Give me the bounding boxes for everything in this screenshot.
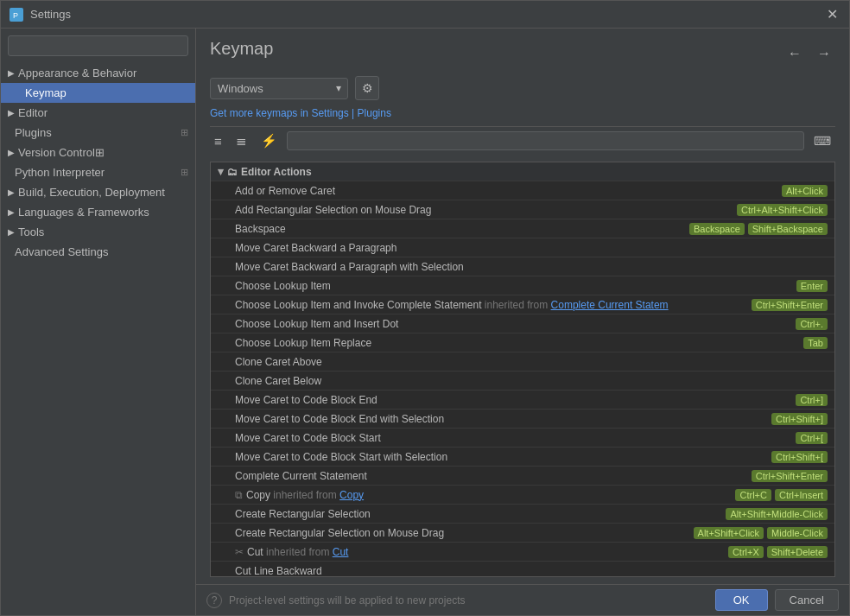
- link-bar: Get more keymaps in Settings | Plugins: [210, 107, 835, 119]
- shortcut-badge: Ctrl+Shift+Enter: [752, 299, 828, 311]
- main-header: Keymap ← → Windows macOS Linux ⚙: [196, 29, 849, 162]
- row-label: Move Caret Backward a Paragraph: [235, 242, 828, 254]
- arrow-icon: ▶: [8, 207, 15, 217]
- keymap-search-input[interactable]: [287, 131, 804, 150]
- collapse-all-button[interactable]: ≡: [210, 131, 226, 151]
- arrow-icon: ▶: [8, 148, 15, 157]
- row-label: Clone Caret Above: [235, 356, 828, 368]
- table-row[interactable]: Backspace Backspace Shift+Backspace: [211, 219, 834, 238]
- row-label: Copy inherited from Copy: [246, 489, 735, 501]
- shortcut-badge: Middle-Click: [767, 527, 828, 539]
- sidebar-item-build[interactable]: ▶ Build, Execution, Deployment: [1, 182, 195, 202]
- table-row[interactable]: Move Caret to Code Block End Ctrl+]: [211, 391, 834, 410]
- shortcut-badge: Enter: [796, 280, 828, 292]
- title-bar: P Settings ✕: [1, 1, 849, 29]
- find-action-button[interactable]: ⌨: [809, 131, 835, 150]
- sidebar-item-appearance[interactable]: ▶ Appearance & Behavior: [1, 63, 195, 83]
- filter-button[interactable]: ⚡: [257, 130, 282, 151]
- sidebar-item-label: Appearance & Behavior: [18, 67, 136, 79]
- sidebar-item-tools[interactable]: ▶ Tools: [1, 222, 195, 242]
- expand-all-button[interactable]: ≣: [232, 130, 251, 151]
- shortcut-badge: Shift+Backspace: [748, 223, 828, 235]
- table-row[interactable]: Move Caret Backward a Paragraph: [211, 238, 834, 257]
- sidebar-item-advanced[interactable]: Advanced Settings: [1, 242, 195, 262]
- row-label: Create Rectangular Selection on Mouse Dr…: [235, 527, 694, 539]
- sidebar-item-keymap[interactable]: Keymap: [1, 83, 195, 103]
- row-shortcuts: Tab: [803, 337, 828, 349]
- group-icon: 🗂: [227, 166, 238, 178]
- row-label: Cut inherited from Cut: [247, 546, 728, 558]
- table-row[interactable]: ▾ 🗂 Editor Actions: [211, 162, 834, 181]
- shortcut-badge: Ctrl+[: [796, 432, 828, 444]
- table-row[interactable]: Choose Lookup Item Replace Tab: [211, 333, 834, 352]
- copy-inherited-link[interactable]: Copy: [339, 489, 364, 501]
- gear-button[interactable]: ⚙: [355, 76, 379, 100]
- shortcut-badge: Ctrl+Shift+[: [771, 451, 828, 463]
- nav-back-button[interactable]: ←: [783, 43, 806, 64]
- settings-window: P Settings ✕ ▶ Appearance & Behavior Key…: [0, 0, 850, 616]
- expand-icon: ▾: [218, 165, 224, 178]
- plugins-link[interactable]: Plugins: [358, 107, 391, 119]
- nav-forward-button[interactable]: →: [813, 43, 835, 64]
- table-row[interactable]: ✂ Cut inherited from Cut Ctrl+X Shift+De…: [211, 543, 834, 562]
- table-row[interactable]: Move Caret Backward a Paragraph with Sel…: [211, 257, 834, 276]
- sidebar-item-label: Editor: [18, 106, 48, 119]
- row-shortcuts: Ctrl+Shift+Enter: [752, 470, 828, 482]
- sidebar-item-python-interpreter[interactable]: Python Interpreter ⊞: [1, 162, 195, 182]
- row-label-cut: Cut: [247, 546, 263, 558]
- arrow-icon: ▶: [8, 68, 15, 78]
- table-row[interactable]: Choose Lookup Item Enter: [211, 276, 834, 295]
- cancel-button[interactable]: Cancel: [775, 589, 839, 611]
- sidebar-search-input[interactable]: [8, 35, 188, 56]
- sidebar-item-languages[interactable]: ▶ Languages & Frameworks: [1, 202, 195, 222]
- cut-inherited-link[interactable]: Cut: [333, 546, 349, 558]
- ok-button[interactable]: OK: [715, 589, 768, 611]
- table-row[interactable]: ⧉ Copy inherited from Copy Ctrl+C Ctrl+I…: [211, 486, 834, 505]
- table-row[interactable]: Add Rectangular Selection on Mouse Drag …: [211, 200, 834, 219]
- sidebar-item-label: Advanced Settings: [15, 245, 108, 258]
- arrow-icon: ▶: [8, 108, 15, 117]
- row-shortcuts: Ctrl+Shift+[: [771, 451, 828, 463]
- sidebar-item-label: Plugins: [15, 126, 52, 139]
- shortcut-badge: Ctrl+Insert: [775, 489, 828, 501]
- get-more-keymaps-link[interactable]: Get more keymaps in Settings: [210, 107, 349, 119]
- table-row[interactable]: Create Rectangular Selection Alt+Shift+M…: [211, 505, 834, 524]
- close-button[interactable]: ✕: [823, 6, 840, 22]
- table-row[interactable]: Move Caret to Code Block Start with Sele…: [211, 448, 834, 467]
- shortcut-badge: Backspace: [689, 223, 745, 235]
- toolbar: Windows macOS Linux ⚙: [210, 76, 835, 100]
- shortcut-badge: Alt+Shift+Click: [694, 527, 764, 539]
- row-label: Choose Lookup Item and Invoke Complete S…: [235, 299, 752, 311]
- sidebar-search-area: [1, 29, 195, 63]
- arrow-icon: ▶: [8, 187, 15, 197]
- table-row[interactable]: Cut Line Backward: [211, 562, 834, 577]
- row-label: Complete Current Statement: [235, 470, 752, 482]
- table-row[interactable]: Choose Lookup Item and Invoke Complete S…: [211, 295, 834, 314]
- table-row[interactable]: Complete Current Statement Ctrl+Shift+En…: [211, 467, 834, 486]
- sidebar-item-editor[interactable]: ▶ Editor: [1, 103, 195, 123]
- sidebar-items: ▶ Appearance & Behavior Keymap ▶ Editor …: [1, 63, 195, 615]
- table-row[interactable]: Choose Lookup Item and Insert Dot Ctrl+.: [211, 314, 834, 333]
- table-row[interactable]: Clone Caret Below: [211, 372, 834, 391]
- row-label: Choose Lookup Item: [235, 280, 796, 292]
- shortcut-badge: Ctrl+Shift+Enter: [752, 470, 828, 482]
- inherited-text: inherited from: [266, 546, 333, 558]
- table-row[interactable]: Add or Remove Caret Alt+Click: [211, 181, 834, 200]
- row-shortcuts: Ctrl+Shift+]: [771, 413, 828, 425]
- row-shortcuts: Ctrl+.: [796, 318, 828, 330]
- sidebar-item-version-control[interactable]: ▶ Version Control ⊞: [1, 143, 195, 162]
- help-button[interactable]: ?: [206, 593, 222, 608]
- table-row[interactable]: Clone Caret Above: [211, 352, 834, 372]
- table-row[interactable]: Create Rectangular Selection on Mouse Dr…: [211, 524, 834, 543]
- shortcut-badge: Ctrl+C: [735, 489, 771, 501]
- keymap-table: ▾ 🗂 Editor Actions Add or Remove Caret A…: [210, 162, 835, 577]
- row-shortcuts: Ctrl+C Ctrl+Insert: [735, 489, 828, 501]
- inherited-link[interactable]: Complete Current Statem: [551, 299, 669, 311]
- row-label: Choose Lookup Item Replace: [235, 337, 803, 349]
- shortcut-badge: Ctrl+X: [728, 546, 764, 558]
- sidebar-item-plugins[interactable]: Plugins ⊞: [1, 123, 195, 143]
- keymap-select[interactable]: Windows macOS Linux: [210, 78, 348, 99]
- svg-text:P: P: [13, 11, 18, 20]
- table-row[interactable]: Move Caret to Code Block Start Ctrl+[: [211, 429, 834, 448]
- table-row[interactable]: Move Caret to Code Block End with Select…: [211, 410, 834, 429]
